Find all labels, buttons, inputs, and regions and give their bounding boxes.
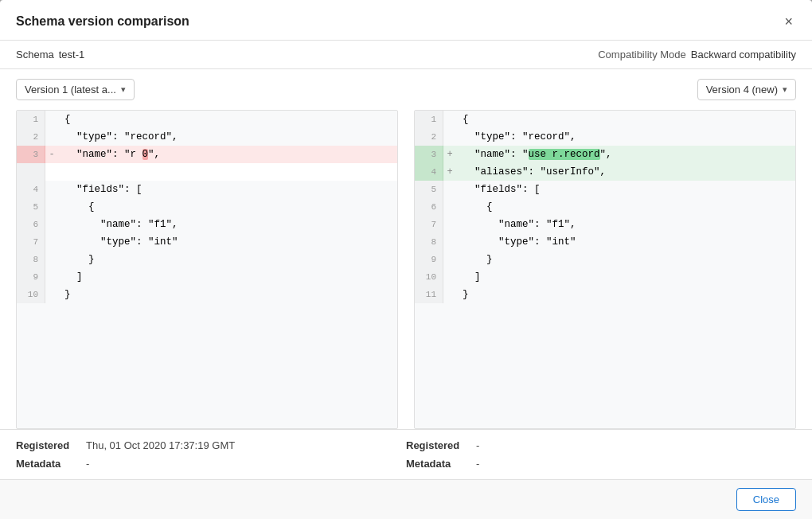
line-number: 3 <box>17 146 45 163</box>
line-number: 9 <box>17 268 45 286</box>
line-number: 9 <box>415 251 443 268</box>
right-registered-label: Registered <box>406 439 470 451</box>
line-content: { <box>456 111 795 128</box>
line-number: 6 <box>415 198 443 216</box>
line-marker <box>443 111 456 128</box>
table-row: 2 "type": "record", <box>415 128 795 146</box>
table-row: 2 "type": "record", <box>17 128 397 146</box>
line-number: 10 <box>17 286 45 303</box>
table-row: 9 ] <box>17 268 397 286</box>
line-marker: + <box>443 163 456 181</box>
line-marker <box>45 163 58 181</box>
table-row: 3+ "name": "use r.record", <box>415 146 795 163</box>
compat-label: Compatibility Mode <box>598 49 686 60</box>
table-row: 1{ <box>17 111 397 128</box>
line-number: 8 <box>415 233 443 251</box>
line-content: { <box>456 198 795 216</box>
left-metadata-row: Metadata - <box>16 458 406 470</box>
right-registered-value: - <box>476 439 479 451</box>
left-diff-panel[interactable]: 1{2 "type": "record",3- "name": "r 0",4 … <box>16 110 398 429</box>
content-area: 1{2 "type": "record",3- "name": "r 0",4 … <box>0 110 812 429</box>
right-metadata-value: - <box>476 458 479 470</box>
line-content: "type": "int" <box>58 233 397 251</box>
table-row: 6 { <box>415 198 795 216</box>
line-marker <box>45 128 58 146</box>
right-metadata-label: Metadata <box>406 458 470 470</box>
line-content: "name": "use r.record", <box>456 146 795 163</box>
compat-info: Compatibility Mode Backward compatibilit… <box>598 49 796 60</box>
left-version-select[interactable]: Version 1 (latest a... ▾ <box>16 79 135 100</box>
table-row: 11} <box>415 286 795 303</box>
left-metadata-value: - <box>86 458 89 470</box>
line-content <box>58 163 397 181</box>
line-content: "type": "record", <box>456 128 795 146</box>
line-content: "name": "f1", <box>456 216 795 233</box>
table-row: 5 "fields": [ <box>415 181 795 198</box>
schema-value: test-1 <box>59 49 85 60</box>
line-content: } <box>456 251 795 268</box>
line-content: ] <box>456 268 795 286</box>
line-number: 7 <box>415 216 443 233</box>
left-metadata-label: Metadata <box>16 458 80 470</box>
table-row: 8 "type": "int" <box>415 233 795 251</box>
right-version-arrow-icon: ▾ <box>783 84 787 95</box>
table-row: 1{ <box>415 111 795 128</box>
left-version-label: Version 1 (latest a... <box>25 84 116 96</box>
line-content: "fields": [ <box>58 181 397 198</box>
modal-title: Schema version comparison <box>16 14 189 29</box>
right-version-select[interactable]: Version 4 (new) ▾ <box>697 79 796 100</box>
line-marker <box>443 128 456 146</box>
line-marker <box>45 216 58 233</box>
right-version-label: Version 4 (new) <box>706 84 778 96</box>
line-content: } <box>456 286 795 303</box>
line-number: 5 <box>415 181 443 198</box>
line-content: "name": "f1", <box>58 216 397 233</box>
modal-overlay: Schema version comparison × Schema test-… <box>0 0 812 519</box>
line-marker <box>443 268 456 286</box>
meta-section: Registered Thu, 01 Oct 2020 17:37:19 GMT… <box>0 429 812 479</box>
table-row: 5 { <box>17 198 397 216</box>
line-number: 11 <box>415 286 443 303</box>
footer-close-button[interactable]: Close <box>736 488 796 511</box>
line-content: "type": "int" <box>456 233 795 251</box>
table-row <box>17 163 397 181</box>
table-row: 4+ "aliases": "userInfo", <box>415 163 795 181</box>
line-content: } <box>58 286 397 303</box>
table-row: 9 } <box>415 251 795 268</box>
line-number: 2 <box>415 128 443 146</box>
table-row: 10 ] <box>415 268 795 286</box>
line-content: "type": "record", <box>58 128 397 146</box>
table-row: 4 "fields": [ <box>17 181 397 198</box>
line-number: 3 <box>415 146 443 163</box>
table-row: 8 } <box>17 251 397 268</box>
schema-label: Schema <box>16 49 54 60</box>
line-content: "aliases": "userInfo", <box>456 163 795 181</box>
line-marker <box>443 233 456 251</box>
right-diff-panel[interactable]: 1{2 "type": "record",3+ "name": "use r.r… <box>414 110 796 429</box>
line-marker: - <box>45 146 58 163</box>
line-content: "fields": [ <box>456 181 795 198</box>
line-content: { <box>58 111 397 128</box>
schema-bar: Schema test-1 Compatibility Mode Backwar… <box>0 41 812 69</box>
line-number: 4 <box>17 181 45 198</box>
modal-close-button[interactable]: × <box>781 13 796 30</box>
table-row: 3- "name": "r 0", <box>17 146 397 163</box>
line-number: 7 <box>17 233 45 251</box>
left-registered-row: Registered Thu, 01 Oct 2020 17:37:19 GMT <box>16 439 406 451</box>
table-row: 7 "type": "int" <box>17 233 397 251</box>
line-number: 5 <box>17 198 45 216</box>
right-registered-row: Registered - <box>406 439 796 451</box>
line-marker <box>443 286 456 303</box>
line-marker <box>443 251 456 268</box>
table-row: 10} <box>17 286 397 303</box>
line-marker <box>443 198 456 216</box>
left-version-arrow-icon: ▾ <box>121 84 126 95</box>
table-row: 6 "name": "f1", <box>17 216 397 233</box>
schema-info: Schema test-1 <box>16 49 84 60</box>
line-marker <box>45 198 58 216</box>
line-number: 1 <box>415 111 443 128</box>
modal-header: Schema version comparison × <box>0 0 812 41</box>
line-marker <box>45 181 58 198</box>
line-content: ] <box>58 268 397 286</box>
line-marker <box>45 233 58 251</box>
